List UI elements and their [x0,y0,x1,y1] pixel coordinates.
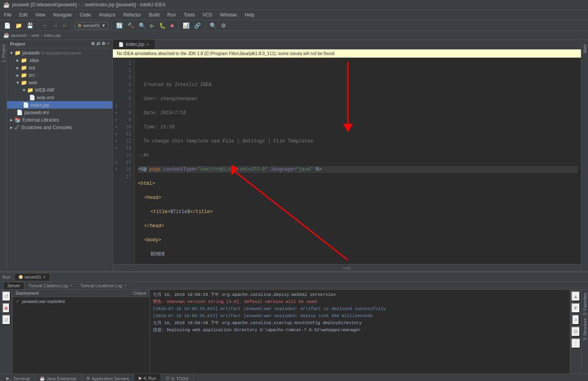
menu-window[interactable]: Window [216,11,241,19]
run-sidebar: ↺ ■ ↺ [0,290,13,374]
tree-item-webxml[interactable]: 📄 web.xml [7,94,113,101]
tree-item-webinf[interactable]: ▾ 📁 WEB-INF [7,86,113,94]
breadcrumb: ☕ javaweb › web › index.jsp [0,31,588,40]
subtab-close-icon[interactable]: ✕ [69,283,73,288]
save-all-button[interactable]: 💾 [25,22,35,29]
tree-item-out[interactable]: ▸ 📁 out [7,64,113,71]
bottom-tab-todo[interactable]: ☑ 6: TODO [161,374,194,381]
menu-vcs[interactable]: VCS [199,11,216,19]
side-tab-structure[interactable]: 3: Structure [582,317,588,342]
expand-icon: ▸ [16,57,19,63]
tree-item-src[interactable]: ▸ 📁 src [7,71,113,79]
side-tab-project[interactable]: 1: Project [0,43,7,64]
tree-item-idea[interactable]: ▸ 📁 .idea [7,57,113,64]
tree-label: src [29,73,35,78]
code-line-13: <body> [138,237,578,244]
tab-label: index.jsp [126,42,144,47]
run-button[interactable]: ▶ [149,22,156,29]
subtab-close-icon-2[interactable]: ✕ [124,283,127,288]
app-icon: ☕ [3,2,10,8]
fold-marker: ▾ [115,109,117,117]
run-panel: Run: server01 ✕ Server Tomcat Catalina L… [0,272,588,374]
run-subtab-server[interactable]: Server [3,282,24,289]
run-stop-button[interactable]: ■ [2,303,9,313]
editor-tabs: 📄 index.jsp ✕ [113,40,581,49]
side-tab-web[interactable]: Web [582,43,588,55]
warning-banner: No IDEA annotations attached to the JDK … [113,49,581,58]
build-button[interactable]: 🔨 [126,22,136,29]
menu-file[interactable]: File [0,11,15,19]
menu-navigate[interactable]: Navigate [49,11,76,19]
coverage-button[interactable]: 🔍 [137,22,147,29]
filter-button[interactable]: ≡ [572,315,579,325]
settings-button-2[interactable]: ⚙ [571,326,580,337]
output-col-header: Output [133,291,146,295]
breadcrumb-project[interactable]: javaweb [11,33,27,38]
breadcrumb-file[interactable]: index.jsp [44,33,61,38]
menu-tools[interactable]: Tools [180,11,199,19]
bottom-tab-run[interactable]: ▶ 4: Run [134,374,161,381]
panel-cog-icon[interactable]: ⚙ [91,41,95,46]
bottom-tab-terminal[interactable]: ▶_ Terminal [2,374,35,381]
profile-button[interactable]: 📊 [181,22,191,29]
project-panel: Project ⚙ ⇄ ⚙ − ▾ 📁 javaweb D:\ideawork\… [7,40,113,272]
right-side-panel: Web [581,40,588,272]
fold-marker: ▾ [115,131,117,138]
run-subtab-catalina[interactable]: Tomcat Catalina Log ✕ [24,282,76,289]
code-content[interactable]: Created by IntelliJ IDEA. User: zhangzhe… [135,58,581,264]
menu-build[interactable]: Build [145,11,163,19]
undo-button[interactable]: ↩ [61,22,69,29]
menu-analyze[interactable]: Analyze [95,11,120,19]
tree-item-extlibs[interactable]: ▸ 📚 External Libraries [7,116,113,124]
server-dropdown[interactable]: ⚙ server01 ▼ [75,22,109,29]
editor-tab-indexjsp[interactable]: 📄 index.jsp ✕ [113,40,155,49]
server-tab-icon [19,275,23,279]
menu-code[interactable]: Code [76,11,95,19]
panel-close-icon[interactable]: − [107,41,109,46]
tab-close-icon[interactable]: ✕ [146,42,149,47]
fold-marker: ▾ [115,117,117,124]
search-button[interactable]: 🔍 [208,22,218,29]
forward-button[interactable]: → [51,22,60,29]
tree-item-indexjsp[interactable]: 📄 index.jsp [7,101,113,109]
server-name: server01 [83,23,100,28]
scroll-up-button[interactable]: ▲ [571,291,581,301]
breadcrumb-folder[interactable]: web [31,33,39,38]
run-restart-button[interactable]: ↺ [2,291,11,301]
run-reload-button[interactable]: ↺ [2,315,11,325]
side-tab-favorites[interactable]: 2: Favorites [582,291,588,317]
scroll-down-button[interactable]: ▼ [571,303,581,313]
menu-refactor[interactable]: Refactor [120,11,145,19]
tree-item-web[interactable]: ▾ 📁 web [7,79,113,86]
bottom-tab-java-enterprise[interactable]: ☕ Java Enterprise [35,374,82,381]
run-server-tab[interactable]: server01 ✕ [15,273,50,281]
menu-help[interactable]: Help [241,11,258,19]
panel-gear-icon[interactable]: ⚙ [102,41,105,46]
attach-button[interactable]: 🔗 [192,22,202,29]
back-button[interactable]: ← [41,22,49,29]
tree-item-scratches[interactable]: ▸ 🖊 Scratches and Consoles [7,124,113,131]
panel-sync-icon[interactable]: ⇄ [96,41,100,46]
settings-button[interactable]: ⚙ [220,22,228,29]
run-subtab-localhost[interactable]: Tomcat Localhost Log ✕ [76,282,131,289]
expand-icon: ▾ [16,80,19,86]
menu-run[interactable]: Run [163,11,180,19]
output-log: 七月 16, 2019 10:09:35 下午 org.apache.catal… [150,290,570,374]
more-button[interactable]: ⋮ [571,338,581,348]
tree-item-javaweb[interactable]: ▾ 📁 javaweb D:\ideawork\javaweb [7,49,113,57]
new-file-button[interactable]: 📄 [2,22,12,29]
fold-marker: ▾ [115,124,117,131]
tree-label: web.xml [37,95,54,100]
stop-button[interactable]: ■ [169,22,175,29]
reload-button[interactable]: 🔄 [114,22,124,29]
debug-button[interactable]: 🐛 [158,22,167,29]
tree-item-iml[interactable]: 📄 javaweb.iml [7,109,113,116]
menu-view[interactable]: View [31,11,49,19]
menu-edit[interactable]: Edit [15,11,31,19]
open-button[interactable]: 📁 [14,22,24,29]
run-tab-close-icon[interactable]: ✕ [43,275,46,279]
jsp-tab-icon: 📄 [118,42,124,47]
deployment-item[interactable]: ✓ javaweb:war exploded [13,297,149,305]
bottom-tab-app-servers[interactable]: ⚙ Application Servers [82,374,134,381]
separator-3 [111,22,112,29]
